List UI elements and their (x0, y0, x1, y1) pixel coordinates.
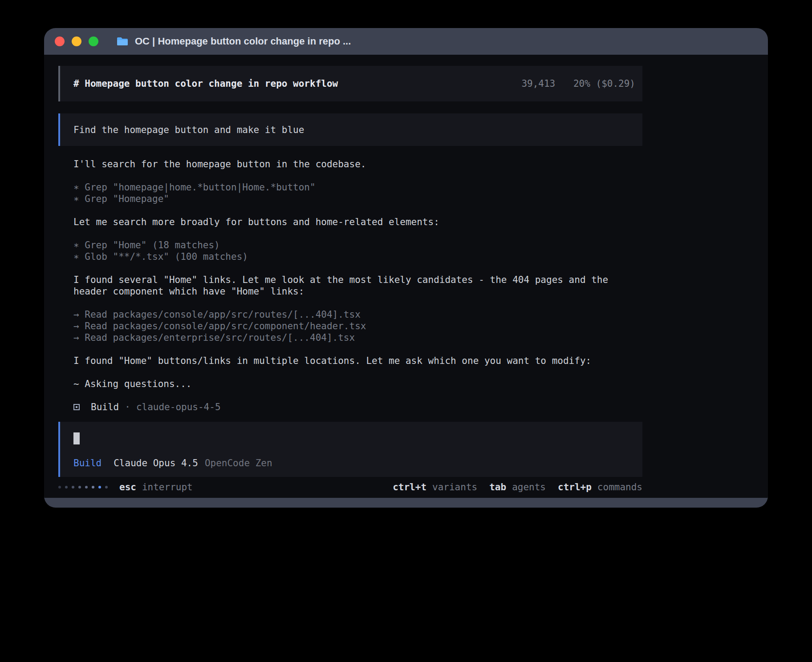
asking-questions-text: ~ Asking questions... (73, 378, 642, 390)
assistant-message: I found "Home" buttons/links in multiple… (73, 355, 642, 367)
keyboard-hints: ctrl+t variants tab agents ctrl+p comman… (381, 482, 642, 492)
interrupt-label: interrupt (142, 482, 193, 492)
hint-commands: ctrl+p commands (558, 482, 642, 492)
tool-call-read: → Read packages/console/app/src/componen… (73, 320, 642, 332)
agent-status-line: Build · claude-opus-4-5 (73, 401, 642, 413)
minimize-button[interactable] (72, 36, 81, 46)
hint-label: commands (597, 482, 642, 492)
agent-name: Build (91, 402, 119, 412)
hint-key: tab (489, 482, 506, 492)
close-button[interactable] (55, 36, 65, 46)
interrupt-key: esc (119, 482, 136, 492)
hint-key: ctrl+p (558, 482, 592, 492)
separator-dot: · (125, 402, 130, 412)
context-cost: 20% ($0.29) (573, 78, 635, 89)
tool-call-grep: ∗ Grep "Home" (18 matches) (73, 239, 642, 251)
hint-label: agents (512, 482, 546, 492)
agent-model: claude-opus-4-5 (136, 402, 221, 412)
assistant-message: I found several "Home" links. Let me loo… (73, 274, 642, 297)
status-bar: esc interrupt ctrl+t variants tab agents… (58, 481, 642, 493)
session-stats: 39,413 20% ($0.29) (521, 78, 635, 89)
tool-call-grep: ∗ Grep "homepage|home.*button|Home.*butt… (73, 182, 642, 193)
session-title: # Homepage button color change in repo w… (73, 78, 338, 89)
spinner-icon (58, 486, 108, 488)
prompt-input[interactable]: Build Claude Opus 4.5 OpenCode Zen (58, 422, 642, 477)
tool-call-glob: ∗ Glob "**/*.tsx" (100 matches) (73, 251, 642, 262)
window-bottom-edge (44, 498, 768, 508)
user-message: Find the homepage button and make it blu… (58, 113, 642, 146)
tool-call-read: → Read packages/console/app/src/routes/[… (73, 309, 642, 320)
hint-label: variants (432, 482, 477, 492)
tool-call-group: ∗ Grep "homepage|home.*button|Home.*butt… (73, 182, 642, 205)
model-label[interactable]: Claude Opus 4.5 (114, 457, 198, 469)
zoom-button[interactable] (89, 36, 98, 46)
terminal-content: # Homepage button color change in repo w… (44, 55, 768, 498)
user-message-text: Find the homepage button and make it blu… (73, 125, 304, 135)
hint-agents: tab agents (489, 482, 546, 492)
tool-call-group: → Read packages/console/app/src/routes/[… (73, 309, 642, 343)
window-title: OC | Homepage button color change in rep… (135, 36, 351, 47)
assistant-text: I found several "Home" links. Let me loo… (73, 274, 642, 297)
text-cursor (73, 432, 80, 444)
provider-label: OpenCode Zen (205, 457, 272, 469)
tool-call-grep: ∗ Grep "Homepage" (73, 193, 642, 205)
assistant-message: Let me search more broadly for buttons a… (73, 216, 642, 228)
session-header: # Homepage button color change in repo w… (58, 66, 642, 101)
hint-key: ctrl+t (393, 482, 426, 492)
assistant-text: I found "Home" buttons/links in multiple… (73, 355, 642, 367)
assistant-message: I'll search for the homepage button in t… (73, 158, 642, 170)
prompt-meta: Build Claude Opus 4.5 OpenCode Zen (73, 457, 642, 469)
hint-variants: ctrl+t variants (393, 482, 477, 492)
folder-icon (116, 36, 129, 46)
assistant-status: ~ Asking questions... (73, 378, 642, 390)
tool-call-read: → Read packages/enterprise/src/routes/[.… (73, 332, 642, 343)
mode-label[interactable]: Build (73, 457, 102, 469)
transcript: I'll search for the homepage button in t… (58, 158, 642, 413)
assistant-text: I'll search for the homepage button in t… (73, 158, 642, 170)
token-count: 39,413 (521, 78, 555, 89)
window-titlebar[interactable]: OC | Homepage button color change in rep… (44, 28, 768, 55)
square-dot-icon (73, 404, 80, 410)
tool-call-group: ∗ Grep "Home" (18 matches) ∗ Glob "**/*.… (73, 239, 642, 262)
assistant-text: Let me search more broadly for buttons a… (73, 216, 642, 228)
terminal-window: OC | Homepage button color change in rep… (44, 28, 768, 508)
